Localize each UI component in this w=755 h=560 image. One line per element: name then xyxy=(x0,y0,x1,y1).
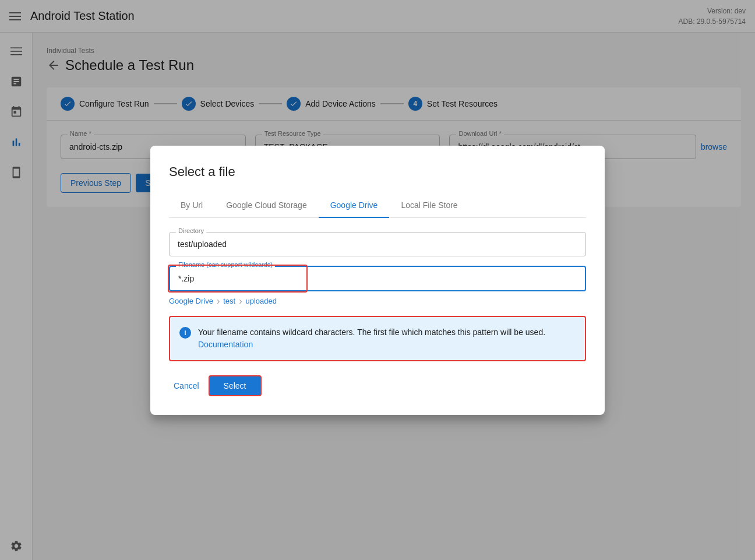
breadcrumb-sep-2: › xyxy=(239,296,242,307)
tab-by-url[interactable]: By Url xyxy=(169,193,214,218)
directory-input[interactable] xyxy=(169,232,586,256)
info-icon: i xyxy=(179,327,191,339)
tab-google-cloud-storage[interactable]: Google Cloud Storage xyxy=(214,193,319,218)
info-box: i Your filename contains wildcard charac… xyxy=(169,316,586,361)
select-file-dialog: Select a file By Url Google Cloud Storag… xyxy=(150,146,605,415)
filename-label: Filename (can support wildcards) xyxy=(176,261,275,268)
tab-local-file-store[interactable]: Local File Store xyxy=(389,193,469,218)
dialog-tabs: By Url Google Cloud Storage Google Drive… xyxy=(169,193,586,218)
file-path-breadcrumb: Google Drive › test › uploaded xyxy=(169,296,586,307)
breadcrumb-path2[interactable]: uploaded xyxy=(246,297,277,305)
filename-field: Filename (can support wildcards) xyxy=(169,266,586,291)
dialog-cancel-button[interactable]: Cancel xyxy=(169,376,204,395)
breadcrumb-path1[interactable]: test xyxy=(223,297,235,305)
tab-google-drive[interactable]: Google Drive xyxy=(319,193,390,218)
documentation-link[interactable]: Documentation xyxy=(198,340,253,349)
dialog-select-button[interactable]: Select xyxy=(209,375,262,396)
info-text: Your filename contains wildcard characte… xyxy=(198,326,576,351)
filename-input[interactable] xyxy=(169,266,586,291)
breadcrumb-sep-1: › xyxy=(217,296,220,307)
breadcrumb-root[interactable]: Google Drive xyxy=(169,297,213,305)
directory-label: Directory xyxy=(176,227,206,234)
dialog-overlay: Select a file By Url Google Cloud Storag… xyxy=(0,0,755,560)
dialog-buttons: Cancel Select xyxy=(169,375,586,396)
directory-field: Directory xyxy=(169,232,586,256)
filename-wrap: Filename (can support wildcards) xyxy=(169,266,586,291)
dialog-title: Select a file xyxy=(169,164,586,179)
